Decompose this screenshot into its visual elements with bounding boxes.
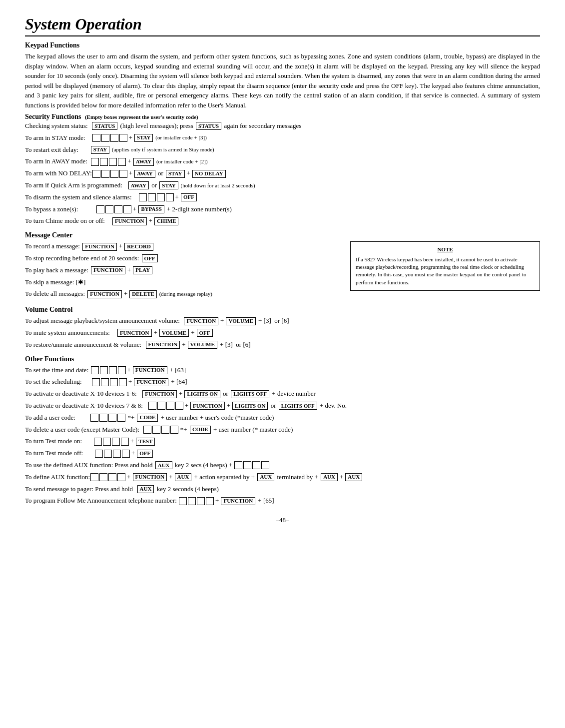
func-row-disarm: To disarm the system and silence alarms:… xyxy=(25,192,540,203)
code-sq9 xyxy=(92,170,100,178)
code-sq49 xyxy=(234,461,242,469)
code-sq54 xyxy=(99,473,107,481)
code-sq47 xyxy=(113,450,121,458)
func-row-nodelay: To arm with NO DELAY: + AWAY or STAY + N… xyxy=(25,168,540,179)
message-center-section: Message Center NOTE If a 5827 Wireless k… xyxy=(25,231,540,301)
key-lights-on2: LIGHTS ON xyxy=(232,402,268,410)
code-sq41 xyxy=(94,438,102,446)
keypad-section: Keypad Functions The keypad allows the u… xyxy=(25,41,540,110)
note-box: NOTE If a 5827 Wireless keypad has been … xyxy=(350,241,540,291)
key-function5: FUNCTION xyxy=(184,317,218,325)
key-off3: OFF xyxy=(197,329,213,337)
key-play: PLAY xyxy=(133,266,152,274)
key-function10: FUNCTION xyxy=(142,390,177,398)
func-row-aux-define: To define AUX function: + FUNCTION + AUX… xyxy=(25,472,540,483)
key-function: FUNCTION xyxy=(112,217,147,225)
key-aux5: AUX xyxy=(345,473,362,481)
func-row-away: To arm in AWAY mode: + AWAY (or installe… xyxy=(25,156,540,167)
other-section: Other Functions To set the time and date… xyxy=(25,355,540,507)
code-sq30 xyxy=(157,402,165,410)
key-function12: FUNCTION xyxy=(133,473,167,481)
code-sq13 xyxy=(139,193,147,201)
code-sq2 xyxy=(101,134,109,142)
func-row-stay: To arm in STAY mode: + STAY (or installe… xyxy=(25,133,540,143)
func-row-x10-16: To activate or deactivate X-10 devices 1… xyxy=(25,389,540,399)
code-sq10 xyxy=(101,170,109,178)
code-sq8 xyxy=(118,158,126,166)
code-sq59 xyxy=(197,497,205,505)
code-sq5 xyxy=(91,158,99,166)
note-body: If a 5827 Wireless keypad has been insta… xyxy=(356,256,535,287)
code-sq39 xyxy=(161,426,169,434)
key-function11: FUNCTION xyxy=(190,402,225,410)
code-sq51 xyxy=(252,461,260,469)
key-stay4: STAY xyxy=(159,181,178,189)
key-function9: FUNCTION xyxy=(134,378,168,386)
keypad-heading: Keypad Functions xyxy=(25,41,540,49)
code-sq3 xyxy=(110,134,118,142)
page-number: –48– xyxy=(25,516,540,524)
code-sq56 xyxy=(117,473,125,481)
func-row-adjust-vol: To adjust message playback/system announ… xyxy=(25,316,540,326)
code-sq55 xyxy=(108,473,116,481)
func-row-test-on: To turn Test mode on: + TEST xyxy=(25,436,540,447)
other-heading: Other Functions xyxy=(25,355,540,363)
volume-heading: Volume Control xyxy=(25,306,540,314)
func-row-record: To record a message: FUNCTION + RECORD xyxy=(25,241,342,252)
code-sq32 xyxy=(175,402,183,410)
key-off4: OFF xyxy=(137,450,153,458)
code-sq19 xyxy=(114,205,122,213)
key-code: CODE xyxy=(137,414,158,422)
page-title: System Operation xyxy=(25,15,540,36)
func-row-add-user: To add a user code: *+ CODE + user numbe… xyxy=(25,413,540,423)
func-row-bypass: To bypass a zone(s): + BYPASS + 2-digit … xyxy=(25,204,540,215)
code-sq21 xyxy=(91,366,99,374)
code-sq17 xyxy=(96,205,104,213)
code-sq1 xyxy=(92,134,100,142)
code-sq26 xyxy=(101,378,109,386)
code-sq60 xyxy=(206,497,214,505)
code-sq44 xyxy=(121,438,129,446)
code-sq27 xyxy=(110,378,118,386)
code-sq50 xyxy=(243,461,251,469)
key-away2: AWAY xyxy=(134,170,155,178)
code-sq18 xyxy=(105,205,113,213)
key-lights-off: LIGHTS OFF xyxy=(231,390,269,398)
code-sq23 xyxy=(109,366,117,374)
code-sq16 xyxy=(166,193,174,201)
code-sq33 xyxy=(90,414,98,422)
func-row-pager: To send message to pager: Press and hold… xyxy=(25,484,540,495)
key-away3: AWAY xyxy=(128,181,149,189)
code-sq37 xyxy=(143,426,151,434)
func-row-time: To set the time and date: + FUNCTION + [… xyxy=(25,365,540,376)
code-sq15 xyxy=(157,193,165,201)
code-sq31 xyxy=(166,402,174,410)
key-chime: CHIME xyxy=(154,217,179,225)
key-function7: FUNCTION xyxy=(146,341,180,349)
key-stay3: STAY xyxy=(166,170,185,178)
code-sq20 xyxy=(123,205,131,213)
code-sq24 xyxy=(118,366,126,374)
func-label: Checking system status: xyxy=(25,121,91,131)
message-center-heading: Message Center xyxy=(25,231,540,239)
key-nodelay: NO DELAY xyxy=(192,170,226,178)
key-function3: FUNCTION xyxy=(91,266,125,274)
volume-section: Volume Control To adjust message playbac… xyxy=(25,306,540,350)
key-stay2: STAY xyxy=(91,146,110,154)
code-sq11 xyxy=(110,170,118,178)
code-sq22 xyxy=(100,366,108,374)
key-volume3: VOLUME xyxy=(188,341,217,349)
code-sq48 xyxy=(122,450,130,458)
code-sq7 xyxy=(109,158,117,166)
code-sq35 xyxy=(108,414,116,422)
func-row-stop-record: To stop recording before end of 20 secon… xyxy=(25,253,342,264)
func-row-delete: To delete all messages: FUNCTION + DELET… xyxy=(25,289,342,299)
key-function13: FUNCTION xyxy=(221,497,255,505)
func-row-followme: To program Follow Me Announcement teleph… xyxy=(25,496,540,506)
code-sq4 xyxy=(119,134,127,142)
code-sq45 xyxy=(95,450,103,458)
code-sq28 xyxy=(119,378,127,386)
key-off: OFF xyxy=(181,193,197,201)
security-heading: Security Functions (Empty boxes represen… xyxy=(25,113,198,120)
key-lights-on: LIGHTS ON xyxy=(184,390,220,398)
